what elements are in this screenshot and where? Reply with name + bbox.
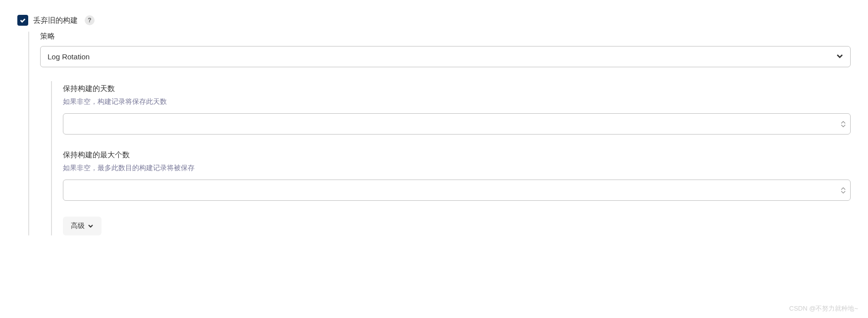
days-to-keep-hint: 如果非空，构建记录将保存此天数 [63, 97, 851, 106]
discard-old-builds-label: 丢弃旧的构建 [33, 16, 78, 25]
advanced-button-label: 高级 [71, 222, 85, 230]
help-icon[interactable]: ? [85, 15, 95, 25]
check-icon [19, 17, 26, 24]
strategy-label: 策略 [40, 32, 851, 41]
days-to-keep-label: 保持构建的天数 [63, 84, 851, 93]
advanced-button[interactable]: 高级 [63, 217, 102, 235]
max-to-keep-input[interactable] [63, 180, 851, 201]
max-to-keep-label: 保持构建的最大个数 [63, 150, 851, 160]
days-to-keep-input[interactable] [63, 113, 851, 135]
discard-old-builds-checkbox[interactable] [17, 15, 28, 26]
strategy-select[interactable]: Log Rotation [40, 46, 851, 67]
max-to-keep-hint: 如果非空，最多此数目的构建记录将被保存 [63, 164, 851, 173]
chevron-down-icon [88, 223, 94, 229]
